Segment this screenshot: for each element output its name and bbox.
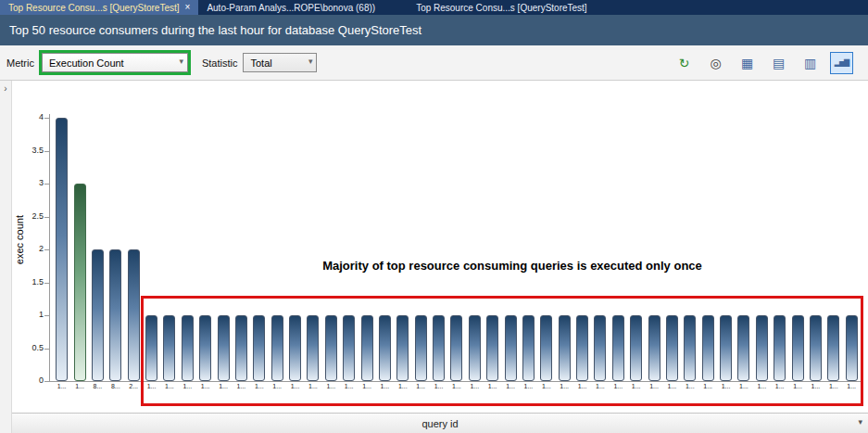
- bar[interactable]: [92, 249, 104, 381]
- y-tick-label: 1: [12, 310, 44, 319]
- metric-value: Execution Count: [49, 57, 124, 69]
- y-tick-label: 0: [12, 376, 44, 385]
- x-tick-label: 8...: [94, 381, 103, 392]
- plot-area: exec count 1...1...8...8...2...1...1...1…: [12, 81, 868, 413]
- bar[interactable]: [56, 118, 68, 381]
- bar[interactable]: [109, 249, 121, 381]
- y-tick-label: 4: [12, 112, 44, 121]
- x-tick-label: 8...: [111, 381, 120, 392]
- x-axis-title: query id: [421, 418, 458, 429]
- metric-dropdown[interactable]: Execution Count ▾: [42, 53, 188, 72]
- y-tick-label: 1.5: [12, 277, 44, 287]
- statistic-label: Statistic: [202, 57, 238, 69]
- y-tick-mark: [44, 151, 49, 152]
- report-title-bar: Top 50 resource consumers during the las…: [0, 15, 868, 45]
- metric-label: Metric: [6, 57, 34, 69]
- bar-column: 1...: [53, 114, 70, 392]
- y-tick-mark: [44, 283, 49, 284]
- y-tick-mark: [44, 184, 49, 185]
- y-tick-mark: [44, 217, 49, 218]
- ssms-query-store-window: Top Resource Consu...s [QueryStoreTest] …: [0, 0, 868, 433]
- view-grid-extra-icon[interactable]: ▦: [736, 52, 759, 74]
- x-axis-combo[interactable]: query id ▾: [12, 413, 868, 433]
- tab-label: Top Resource Consu...s [QueryStoreTest]: [416, 3, 587, 13]
- y-tick-mark: [44, 349, 49, 350]
- metric-highlight-box: Execution Count ▾: [39, 50, 191, 75]
- close-icon[interactable]: ×: [185, 3, 191, 12]
- red-highlight-box: [141, 296, 863, 406]
- statistic-value: Total: [250, 57, 271, 69]
- view-chart-icon[interactable]: ▂▅▇: [830, 52, 853, 74]
- y-tick-mark: [44, 118, 49, 119]
- statistic-dropdown[interactable]: Total ▾: [243, 53, 317, 72]
- view-grid-icon[interactable]: ▤: [767, 52, 790, 74]
- bar-column: 8...: [107, 114, 124, 392]
- y-tick-label: 2.5: [12, 211, 44, 221]
- toolbar-icons: ↻◎▦▤▥▂▅▇: [673, 52, 853, 74]
- chevron-down-icon: ▾: [179, 57, 183, 66]
- x-tick-label: 1...: [75, 381, 84, 392]
- expand-arrow-icon[interactable]: ›: [4, 83, 6, 94]
- y-axis-line: [49, 114, 50, 382]
- collapsed-panel-strip[interactable]: ›: [0, 81, 12, 433]
- y-axis-title: exec count: [14, 215, 25, 264]
- tab-top-resource-consumers-active[interactable]: Top Resource Consu...s [QueryStoreTest] …: [0, 0, 198, 15]
- track-query-icon[interactable]: ◎: [704, 52, 727, 74]
- x-tick-label: 2...: [129, 381, 138, 392]
- y-tick-label: 2: [12, 244, 44, 253]
- refresh-icon[interactable]: ↻: [673, 52, 696, 74]
- bar-column: 1...: [70, 114, 88, 392]
- y-tick-label: 0.5: [12, 343, 44, 352]
- bar[interactable]: [128, 249, 140, 381]
- chart-annotation: Majority of top resource consuming queri…: [234, 259, 790, 273]
- bar-selected-query[interactable]: [74, 184, 86, 381]
- chevron-down-icon: ▾: [308, 57, 313, 66]
- tab-auto-param-analysis[interactable]: Auto-Param Analys...ROPE\bonova (68)): [198, 0, 384, 15]
- view-pivot-icon[interactable]: ▥: [799, 52, 822, 74]
- main-area: › exec count 1...1...8...8...2...1...1..…: [0, 81, 868, 433]
- page-title: Top 50 resource consumers during the las…: [9, 23, 421, 37]
- tab-label: Top Resource Consu...s [QueryStoreTest]: [8, 3, 180, 13]
- y-tick-label: 3: [12, 178, 44, 187]
- y-tick-mark: [44, 315, 49, 316]
- y-tick-label: 3.5: [12, 146, 44, 155]
- tab-label: Auto-Param Analys...ROPE\bonova (68)): [207, 3, 375, 13]
- y-tick-mark: [44, 249, 49, 250]
- document-tab-bar: Top Resource Consu...s [QueryStoreTest] …: [0, 0, 868, 15]
- bar-column: 8...: [89, 114, 107, 392]
- querystore-toolbar: Metric Execution Count ▾ Statistic Total…: [0, 45, 868, 81]
- chevron-down-icon[interactable]: ▾: [858, 417, 862, 427]
- y-tick-mark: [44, 381, 49, 382]
- bar-column: 2...: [125, 114, 143, 392]
- tab-top-resource-consumers-2[interactable]: Top Resource Consu...s [QueryStoreTest]: [408, 0, 596, 15]
- x-tick-label: 1...: [57, 381, 67, 392]
